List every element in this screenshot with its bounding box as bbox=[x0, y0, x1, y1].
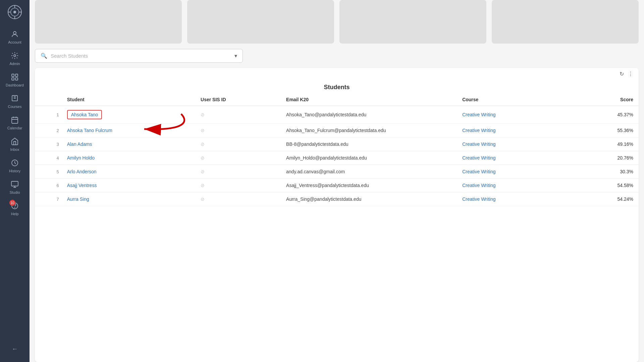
row-student: Alan Adams bbox=[62, 137, 195, 151]
row-score: 20.76% bbox=[575, 151, 639, 165]
row-email: Ahsoka_Tano@pandalytictestdata.edu bbox=[281, 106, 457, 124]
row-num: 2 bbox=[35, 124, 62, 137]
table-row: 4Amilyn Holdo⊘Amilyn_Holdo@pandalytictes… bbox=[35, 151, 639, 165]
table-title: Students bbox=[35, 80, 639, 94]
sidebar-item-help[interactable]: 10 Help bbox=[0, 198, 30, 219]
student-name-link[interactable]: Aurra Sing bbox=[67, 196, 89, 202]
table-row: 7Aurra Sing⊘Aurra_Sing@pandalytictestdat… bbox=[35, 192, 639, 206]
row-student: Ahsoka Tano Fulcrum bbox=[62, 124, 195, 137]
row-num: 7 bbox=[35, 192, 62, 206]
row-score: 54.58% bbox=[575, 179, 639, 192]
sidebar-item-admin-label: Admin bbox=[9, 62, 20, 66]
stat-card-1 bbox=[35, 0, 182, 44]
course-link[interactable]: Creative Writing bbox=[462, 196, 495, 202]
sidebar-item-history[interactable]: History bbox=[0, 155, 30, 176]
row-course: Creative Writing bbox=[457, 106, 575, 124]
sidebar-item-studio-label: Studio bbox=[9, 190, 20, 194]
studio-icon bbox=[10, 180, 19, 189]
course-link[interactable]: Creative Writing bbox=[462, 169, 495, 174]
svg-rect-10 bbox=[12, 74, 14, 76]
svg-point-8 bbox=[13, 32, 16, 34]
students-table: Student User SIS ID Email K20 Course Sco… bbox=[35, 94, 639, 206]
table-header-row: Student User SIS ID Email K20 Course Sco… bbox=[35, 94, 639, 106]
col-header-num bbox=[35, 94, 62, 106]
student-name-link[interactable]: Amilyn Holdo bbox=[67, 155, 95, 161]
col-header-email: Email K20 bbox=[281, 94, 457, 106]
student-name-highlighted[interactable]: Ahsoka Tano bbox=[67, 110, 102, 119]
row-email: andy.ad.canvas@gmail.com bbox=[281, 165, 457, 179]
courses-icon bbox=[10, 94, 19, 103]
table-row: 1Ahsoka Tano⊘Ahsoka_Tano@pandalytictestd… bbox=[35, 106, 639, 124]
svg-rect-14 bbox=[12, 117, 18, 123]
more-options-icon[interactable]: ⋮ bbox=[628, 71, 633, 77]
account-icon bbox=[10, 29, 19, 39]
row-sis: ⊘ bbox=[195, 137, 281, 151]
sidebar-item-help-label: Help bbox=[11, 212, 19, 216]
course-link[interactable]: Creative Writing bbox=[462, 112, 495, 117]
student-name-link[interactable]: Arlo Anderson bbox=[67, 169, 97, 174]
row-num: 6 bbox=[35, 179, 62, 192]
col-header-sis: User SIS ID bbox=[195, 94, 281, 106]
sidebar-item-calendar-label: Calendar bbox=[7, 126, 22, 130]
row-student: Ahsoka Tano bbox=[62, 106, 195, 124]
search-bar[interactable]: 🔍 Search Students ▾ bbox=[35, 49, 243, 63]
row-course: Creative Writing bbox=[457, 137, 575, 151]
row-score: 30.3% bbox=[575, 165, 639, 179]
row-course: Creative Writing bbox=[457, 151, 575, 165]
sidebar-item-courses-label: Courses bbox=[8, 105, 22, 109]
top-cards-area bbox=[30, 0, 644, 44]
course-link[interactable]: Creative Writing bbox=[462, 128, 495, 133]
sidebar-item-courses[interactable]: Courses bbox=[0, 90, 30, 112]
student-name-link[interactable]: Asajj Ventress bbox=[67, 183, 97, 188]
row-sis: ⊘ bbox=[195, 179, 281, 192]
inbox-icon bbox=[10, 137, 19, 146]
dashboard-icon bbox=[10, 72, 19, 82]
row-email: Aurra_Sing@pandalytictestdata.edu bbox=[281, 192, 457, 206]
row-email: Amilyn_Holdo@pandalytictestdata.edu bbox=[281, 151, 457, 165]
student-name-link[interactable]: Alan Adams bbox=[67, 141, 92, 147]
row-course: Creative Writing bbox=[457, 124, 575, 137]
row-student: Amilyn Holdo bbox=[62, 151, 195, 165]
students-table-container: ↻ ⋮ Students Student User SIS ID Email K… bbox=[35, 68, 639, 362]
sidebar: Account Admin Dashboard bbox=[0, 0, 30, 362]
row-course: Creative Writing bbox=[457, 179, 575, 192]
sidebar-item-dashboard[interactable]: Dashboard bbox=[0, 69, 30, 90]
course-link[interactable]: Creative Writing bbox=[462, 155, 495, 161]
row-course: Creative Writing bbox=[457, 165, 575, 179]
row-sis: ⊘ bbox=[195, 165, 281, 179]
course-link[interactable]: Creative Writing bbox=[462, 141, 495, 147]
sidebar-item-account[interactable]: Account bbox=[0, 26, 30, 48]
row-sis: ⊘ bbox=[195, 106, 281, 124]
help-icon: 10 bbox=[10, 201, 19, 210]
app-logo[interactable] bbox=[7, 5, 22, 21]
student-name-link[interactable]: Ahsoka Tano Fulcrum bbox=[67, 128, 112, 133]
search-icon: 🔍 bbox=[41, 53, 47, 59]
row-email: Asajj_Ventress@pandalytictestdata.edu bbox=[281, 179, 457, 192]
sidebar-item-calendar[interactable]: Calendar bbox=[0, 112, 30, 133]
row-num: 1 bbox=[35, 106, 62, 124]
table-row: 3Alan Adams⊘BB-8@pandalytictestdata.eduC… bbox=[35, 137, 639, 151]
row-student: Aurra Sing bbox=[62, 192, 195, 206]
row-score: 45.37% bbox=[575, 106, 639, 124]
row-sis: ⊘ bbox=[195, 124, 281, 137]
stat-card-4 bbox=[492, 0, 639, 44]
sidebar-item-studio[interactable]: Studio bbox=[0, 176, 30, 198]
table-row: 2Ahsoka Tano Fulcrum⊘Ahsoka_Tano_Fulcrum… bbox=[35, 124, 639, 137]
help-badge: 10 bbox=[9, 200, 15, 206]
chevron-down-icon: ▾ bbox=[234, 53, 237, 59]
svg-point-18 bbox=[15, 207, 15, 208]
stat-card-3 bbox=[339, 0, 486, 44]
row-num: 5 bbox=[35, 165, 62, 179]
search-placeholder: Search Students bbox=[51, 53, 234, 59]
search-section: 🔍 Search Students ▾ bbox=[30, 49, 644, 63]
sidebar-item-admin[interactable]: Admin bbox=[0, 48, 30, 69]
sidebar-item-inbox[interactable]: Inbox bbox=[0, 133, 30, 155]
row-email: Ahsoka_Tano_Fulcrum@pandalytictestdata.e… bbox=[281, 124, 457, 137]
sidebar-collapse-button[interactable]: ← bbox=[0, 342, 30, 356]
course-link[interactable]: Creative Writing bbox=[462, 183, 495, 188]
refresh-icon[interactable]: ↻ bbox=[620, 71, 624, 77]
sidebar-item-account-label: Account bbox=[8, 40, 21, 44]
row-course: Creative Writing bbox=[457, 192, 575, 206]
admin-icon bbox=[10, 51, 19, 60]
row-score: 55.36% bbox=[575, 124, 639, 137]
